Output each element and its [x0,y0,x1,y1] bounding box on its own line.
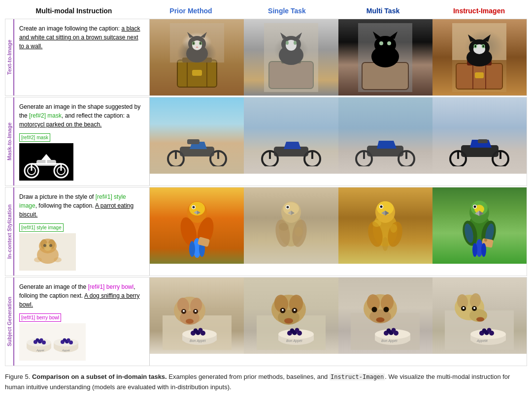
svg-point-148 [481,243,486,257]
row-label-in-context: In-context Stylization [5,187,14,276]
row2-prior-img [150,97,244,174]
svg-text:Appét: Appét [62,349,70,352]
row-label-text-to-image: Text-to-Image [5,19,14,95]
row-label-mask-to-image: Mask-to-Image [5,97,14,186]
row4-image-single: Bon Appét [244,278,338,366]
row3-prior-img [150,187,244,264]
cat-suitcase-svg-1 [170,23,224,92]
svg-point-203 [290,329,294,333]
column-headers: Multi-modal Instruction Prior Method Sin… [5,5,527,17]
row1-image-multi [338,19,432,95]
cat-suitcase-svg-2 [264,23,318,92]
row2-ref-inline: [ref#2] mask [29,112,62,119]
col-header-1: Prior Method [143,5,239,17]
svg-point-131 [382,237,388,251]
svg-text:Appétit: Appétit [476,339,488,343]
svg-point-184 [193,329,198,333]
row2-image-instruct [432,97,527,186]
row-mask-to-image: Mask-to-Image Generate an image in the s… [5,97,527,186]
svg-point-232 [473,307,475,309]
row4-caption-underline: A dog sniffing a berry bowl. [19,292,140,308]
row4-single-img: Bon Appét [244,278,338,354]
caption-bold-text: Comparison on a subset of in-domain task… [32,373,167,380]
row4-image-instruct: Appétit [432,278,527,366]
row3-image-single [244,187,338,276]
row1-instruct-img [432,19,527,95]
row3-instruct-img [432,187,527,264]
ref2-label: [ref#2] mask [19,133,50,142]
svg-point-176 [183,310,185,312]
mask-ref-image [19,143,73,181]
svg-point-48 [475,45,476,47]
moto-svg-2 [259,132,323,166]
svg-rect-4 [192,70,202,76]
row1-instruction: Create an image following the caption: a… [14,19,150,95]
svg-point-118 [279,223,289,231]
parrot-svg-3 [358,190,412,261]
row3-multi-img [338,187,432,264]
svg-marker-70 [284,142,301,149]
bowl-ref-image: Appét Appét [19,323,86,361]
row3-image-multi [338,187,432,276]
row1-instruction-text: Create an image following the caption: a… [19,25,140,50]
row4-prior-img: Bon Appét [150,278,244,354]
svg-point-185 [198,328,202,333]
svg-rect-40 [475,72,484,78]
row-label-subject-generation: Subject Generation [5,278,14,366]
svg-rect-85 [478,139,488,143]
parrot-svg-1 [170,190,224,261]
svg-point-164 [63,339,66,342]
row3-caption-underline: A parrot eating biscuit. [19,202,133,218]
svg-marker-56 [41,154,51,160]
svg-point-141 [474,206,476,208]
svg-point-33 [387,41,391,45]
row4-instruction-text: Generate an image of the [ref#1] berry b… [19,283,140,308]
row2-grid: Generate an image in the shape suggested… [14,97,527,186]
svg-point-239 [482,329,487,333]
row4-instruct-img: Appétit [432,278,527,354]
row1-image-instruct [432,19,527,95]
row4-grid: Generate an image of the [ref#1] berry b… [14,278,527,366]
svg-point-157 [40,339,43,342]
col-header-2: Single Task [239,5,335,17]
svg-point-94 [34,257,42,262]
moto-svg-4 [447,132,511,166]
svg-point-211 [376,317,385,322]
main-container: Multi-modal Instruction Prior Method Sin… [5,5,527,393]
style-dog-svg [23,235,72,269]
row1-image-prior [150,19,244,95]
svg-point-156 [36,339,39,342]
row4-image-multi: Bon Appét [338,278,432,366]
svg-point-228 [476,317,484,322]
cat-suitcase-svg-4 [452,23,506,92]
bowl-ref-svg: Appét Appét [22,325,83,359]
caption-code: Instruct-Imagen [330,373,385,380]
row2-image-prior [150,97,244,186]
svg-point-196 [294,309,296,311]
svg-point-102 [192,206,195,209]
svg-point-92 [43,244,46,247]
dog-bowl-svg-3: Bon Appét [351,286,420,350]
moto-svg-1 [165,132,229,166]
row2-instruct-img [432,97,527,174]
mask-motorcycle-svg [22,145,71,179]
svg-point-106 [189,241,195,257]
svg-text:Bon Appét: Bon Appét [381,339,398,343]
row1-grid: Create an image following the caption: a… [14,19,527,95]
dog-bowl-svg-2: Bon Appét [257,286,326,350]
svg-point-25 [294,41,297,45]
svg-point-130 [390,224,397,233]
svg-point-129 [372,220,381,227]
row2-multi-img [338,97,432,174]
svg-point-213 [384,307,389,312]
parrot-svg-4 [452,190,506,261]
row-text-to-image: Text-to-Image Create an image following … [5,19,527,96]
svg-marker-76 [377,141,397,149]
svg-point-220 [387,329,391,333]
ref1-style-label: [ref#1] style image [19,223,64,232]
row4-image-prior: Bon Appét [150,278,244,366]
svg-point-212 [372,307,377,312]
row4-ref-inline: [ref#1] berry bowl [88,283,133,290]
svg-text:Bon Appét: Bon Appét [286,339,302,343]
svg-point-204 [295,328,299,333]
